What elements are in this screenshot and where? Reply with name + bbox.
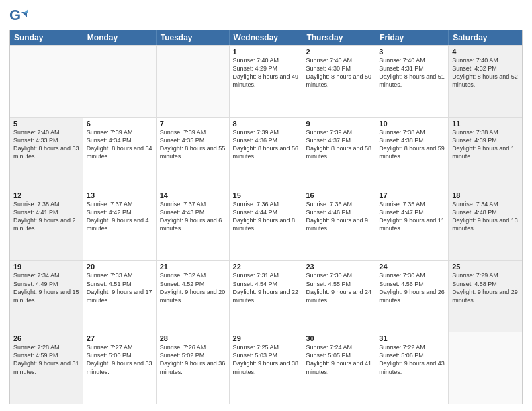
- svg-marker-2: [23, 9, 28, 13]
- calendar-cell: 17Sunrise: 7:35 AM Sunset: 4:47 PM Dayli…: [375, 189, 449, 261]
- day-number: 5: [13, 120, 79, 128]
- day-number: 10: [379, 120, 445, 128]
- cell-info: Sunrise: 7:31 AM Sunset: 4:54 PM Dayligh…: [233, 271, 299, 304]
- cell-info: Sunrise: 7:24 AM Sunset: 5:05 PM Dayligh…: [306, 343, 371, 376]
- day-number: 3: [379, 48, 445, 56]
- calendar-cell: 28Sunrise: 7:26 AM Sunset: 5:02 PM Dayli…: [157, 332, 230, 404]
- calendar-cell: 22Sunrise: 7:31 AM Sunset: 4:54 PM Dayli…: [230, 261, 303, 332]
- calendar-cell: 29Sunrise: 7:25 AM Sunset: 5:03 PM Dayli…: [230, 332, 303, 404]
- logo-icon: G: [9, 7, 28, 26]
- cell-info: Sunrise: 7:22 AM Sunset: 5:06 PM Dayligh…: [379, 343, 445, 376]
- calendar-cell: 5Sunrise: 7:40 AM Sunset: 4:33 PM Daylig…: [10, 118, 83, 189]
- cell-info: Sunrise: 7:32 AM Sunset: 4:52 PM Dayligh…: [160, 271, 226, 304]
- calendar-cell: 26Sunrise: 7:28 AM Sunset: 4:59 PM Dayli…: [10, 332, 83, 404]
- calendar-week-row: 1Sunrise: 7:40 AM Sunset: 4:29 PM Daylig…: [10, 45, 522, 117]
- calendar-cell: 1Sunrise: 7:40 AM Sunset: 4:29 PM Daylig…: [230, 46, 303, 117]
- calendar-header-cell: Thursday: [302, 30, 375, 45]
- calendar-cell: 6Sunrise: 7:39 AM Sunset: 4:34 PM Daylig…: [83, 118, 157, 189]
- cell-info: Sunrise: 7:36 AM Sunset: 4:46 PM Dayligh…: [306, 200, 371, 233]
- calendar-week-row: 26Sunrise: 7:28 AM Sunset: 4:59 PM Dayli…: [10, 332, 522, 404]
- cell-info: Sunrise: 7:38 AM Sunset: 4:39 PM Dayligh…: [452, 128, 519, 161]
- day-number: 15: [233, 191, 299, 199]
- page: G SundayMondayTuesdayWednesdayThursdayFr…: [0, 0, 532, 411]
- calendar-header-cell: Sunday: [10, 30, 83, 45]
- calendar-cell: 7Sunrise: 7:39 AM Sunset: 4:35 PM Daylig…: [157, 118, 230, 189]
- calendar-week-row: 12Sunrise: 7:38 AM Sunset: 4:41 PM Dayli…: [10, 189, 522, 261]
- cell-info: Sunrise: 7:28 AM Sunset: 4:59 PM Dayligh…: [13, 343, 79, 376]
- calendar-cell: 14Sunrise: 7:37 AM Sunset: 4:43 PM Dayli…: [157, 189, 230, 261]
- day-number: 11: [452, 120, 519, 128]
- calendar-body: 1Sunrise: 7:40 AM Sunset: 4:29 PM Daylig…: [10, 45, 522, 404]
- day-number: 31: [379, 334, 445, 342]
- day-number: 21: [160, 263, 226, 271]
- logo: G: [9, 7, 31, 26]
- calendar-cell: 4Sunrise: 7:40 AM Sunset: 4:32 PM Daylig…: [449, 46, 522, 117]
- day-number: 8: [233, 120, 299, 128]
- cell-info: Sunrise: 7:39 AM Sunset: 4:37 PM Dayligh…: [306, 128, 371, 161]
- calendar-header-cell: Friday: [375, 30, 449, 45]
- day-number: 25: [452, 263, 519, 271]
- day-number: 27: [87, 334, 152, 342]
- calendar-cell: 30Sunrise: 7:24 AM Sunset: 5:05 PM Dayli…: [302, 332, 375, 404]
- calendar-week-row: 19Sunrise: 7:34 AM Sunset: 4:49 PM Dayli…: [10, 260, 522, 332]
- day-number: 18: [452, 191, 519, 199]
- calendar-cell: 15Sunrise: 7:36 AM Sunset: 4:44 PM Dayli…: [230, 189, 303, 261]
- day-number: 16: [306, 191, 371, 199]
- cell-info: Sunrise: 7:39 AM Sunset: 4:34 PM Dayligh…: [87, 128, 152, 161]
- cell-info: Sunrise: 7:36 AM Sunset: 4:44 PM Dayligh…: [233, 200, 299, 233]
- cell-info: Sunrise: 7:40 AM Sunset: 4:31 PM Dayligh…: [379, 56, 445, 89]
- cell-info: Sunrise: 7:37 AM Sunset: 4:42 PM Dayligh…: [87, 200, 152, 233]
- calendar-cell: [83, 46, 157, 117]
- calendar-cell: 25Sunrise: 7:29 AM Sunset: 4:58 PM Dayli…: [449, 261, 522, 332]
- cell-info: Sunrise: 7:30 AM Sunset: 4:56 PM Dayligh…: [379, 271, 445, 304]
- calendar-cell: 2Sunrise: 7:40 AM Sunset: 4:30 PM Daylig…: [302, 46, 375, 117]
- day-number: 28: [160, 334, 226, 342]
- cell-info: Sunrise: 7:40 AM Sunset: 4:30 PM Dayligh…: [306, 56, 371, 89]
- day-number: 30: [306, 334, 371, 342]
- cell-info: Sunrise: 7:34 AM Sunset: 4:48 PM Dayligh…: [452, 200, 519, 233]
- cell-info: Sunrise: 7:27 AM Sunset: 5:00 PM Dayligh…: [87, 343, 152, 376]
- cell-info: Sunrise: 7:29 AM Sunset: 4:58 PM Dayligh…: [452, 271, 519, 304]
- day-number: 26: [13, 334, 79, 342]
- day-number: 29: [233, 334, 299, 342]
- cell-info: Sunrise: 7:40 AM Sunset: 4:33 PM Dayligh…: [13, 128, 79, 161]
- day-number: 13: [87, 191, 152, 199]
- calendar-header-row: SundayMondayTuesdayWednesdayThursdayFrid…: [10, 30, 522, 45]
- calendar-cell: 9Sunrise: 7:39 AM Sunset: 4:37 PM Daylig…: [302, 118, 375, 189]
- calendar-cell: 24Sunrise: 7:30 AM Sunset: 4:56 PM Dayli…: [375, 261, 449, 332]
- calendar-header-cell: Wednesday: [230, 30, 303, 45]
- day-number: 4: [452, 48, 519, 56]
- cell-info: Sunrise: 7:39 AM Sunset: 4:36 PM Dayligh…: [233, 128, 299, 161]
- calendar-cell: 11Sunrise: 7:38 AM Sunset: 4:39 PM Dayli…: [449, 118, 522, 189]
- day-number: 2: [306, 48, 371, 56]
- header: G: [9, 7, 523, 26]
- calendar-cell: 3Sunrise: 7:40 AM Sunset: 4:31 PM Daylig…: [375, 46, 449, 117]
- calendar-cell: 27Sunrise: 7:27 AM Sunset: 5:00 PM Dayli…: [83, 332, 157, 404]
- calendar-week-row: 5Sunrise: 7:40 AM Sunset: 4:33 PM Daylig…: [10, 117, 522, 189]
- day-number: 20: [87, 263, 152, 271]
- day-number: 6: [87, 120, 152, 128]
- cell-info: Sunrise: 7:26 AM Sunset: 5:02 PM Dayligh…: [160, 343, 226, 376]
- calendar-cell: [10, 46, 83, 117]
- calendar-cell: 12Sunrise: 7:38 AM Sunset: 4:41 PM Dayli…: [10, 189, 83, 261]
- cell-info: Sunrise: 7:30 AM Sunset: 4:55 PM Dayligh…: [306, 271, 371, 304]
- calendar-cell: [157, 46, 230, 117]
- day-number: 9: [306, 120, 371, 128]
- calendar-cell: 8Sunrise: 7:39 AM Sunset: 4:36 PM Daylig…: [230, 118, 303, 189]
- cell-info: Sunrise: 7:38 AM Sunset: 4:41 PM Dayligh…: [13, 200, 79, 233]
- calendar: SundayMondayTuesdayWednesdayThursdayFrid…: [9, 30, 523, 404]
- day-number: 14: [160, 191, 226, 199]
- day-number: 23: [306, 263, 371, 271]
- calendar-cell: [449, 332, 522, 404]
- cell-info: Sunrise: 7:39 AM Sunset: 4:35 PM Dayligh…: [160, 128, 226, 161]
- calendar-cell: 21Sunrise: 7:32 AM Sunset: 4:52 PM Dayli…: [157, 261, 230, 332]
- day-number: 22: [233, 263, 299, 271]
- cell-info: Sunrise: 7:40 AM Sunset: 4:32 PM Dayligh…: [452, 56, 519, 89]
- day-number: 17: [379, 191, 445, 199]
- cell-info: Sunrise: 7:33 AM Sunset: 4:51 PM Dayligh…: [87, 271, 152, 304]
- svg-text:G: G: [9, 7, 21, 24]
- day-number: 24: [379, 263, 445, 271]
- cell-info: Sunrise: 7:34 AM Sunset: 4:49 PM Dayligh…: [13, 271, 79, 304]
- day-number: 7: [160, 120, 226, 128]
- cell-info: Sunrise: 7:35 AM Sunset: 4:47 PM Dayligh…: [379, 200, 445, 233]
